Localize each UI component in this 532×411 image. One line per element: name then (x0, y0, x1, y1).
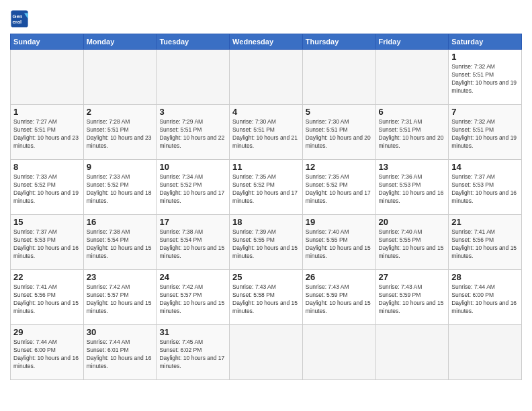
day-info: Sunrise: 7:30 AMSunset: 5:51 PMDaylight:… (232, 118, 300, 150)
day-number: 20 (379, 217, 446, 227)
day-info: Sunrise: 7:33 AMSunset: 5:52 PMDaylight:… (87, 173, 154, 205)
day-number: 5 (306, 107, 373, 117)
day-number: 16 (87, 217, 154, 227)
day-cell: 5 Sunrise: 7:30 AMSunset: 5:51 PMDayligh… (302, 105, 375, 160)
day-info: Sunrise: 7:42 AMSunset: 5:57 PMDaylight:… (159, 283, 226, 316)
day-cell: 20 Sunrise: 7:40 AMSunset: 5:55 PMDaylig… (375, 215, 449, 270)
day-info: Sunrise: 7:43 AMSunset: 5:59 PMDaylight:… (379, 283, 446, 316)
week-row-4: 22 Sunrise: 7:41 AMSunset: 5:56 PMDaylig… (11, 270, 522, 325)
svg-text:eral: eral (13, 19, 22, 25)
day-cell (449, 325, 522, 380)
day-number: 24 (159, 272, 226, 282)
day-number: 14 (451, 162, 519, 172)
day-info: Sunrise: 7:42 AMSunset: 5:57 PMDaylight:… (87, 283, 154, 316)
day-cell: 12 Sunrise: 7:35 AMSunset: 5:52 PMDaylig… (302, 160, 375, 215)
day-number: 1 (451, 52, 519, 62)
day-info: Sunrise: 7:34 AMSunset: 5:52 PMDaylight:… (159, 173, 226, 205)
day-info: Sunrise: 7:38 AMSunset: 5:54 PMDaylight:… (159, 228, 226, 261)
day-cell: 18 Sunrise: 7:39 AMSunset: 5:55 PMDaylig… (230, 215, 303, 270)
day-number: 26 (306, 272, 373, 282)
day-number: 30 (87, 327, 154, 337)
day-number: 3 (159, 107, 226, 117)
day-info: Sunrise: 7:36 AMSunset: 5:53 PMDaylight:… (379, 173, 446, 205)
day-cell: 23 Sunrise: 7:42 AMSunset: 5:57 PMDaylig… (83, 270, 157, 325)
calendar-table: SundayMondayTuesdayWednesdayThursdayFrid… (10, 34, 522, 380)
day-number: 19 (306, 217, 373, 227)
header-thursday: Thursday (302, 34, 375, 50)
day-info: Sunrise: 7:32 AMSunset: 5:51 PMDaylight:… (451, 63, 519, 95)
day-number: 25 (232, 272, 300, 282)
day-cell: 25 Sunrise: 7:43 AMSunset: 5:58 PMDaylig… (230, 270, 303, 325)
day-cell: 26 Sunrise: 7:43 AMSunset: 5:59 PMDaylig… (302, 270, 375, 325)
day-info: Sunrise: 7:40 AMSunset: 5:55 PMDaylight:… (306, 228, 373, 261)
day-info: Sunrise: 7:37 AMSunset: 5:53 PMDaylight:… (13, 228, 81, 261)
calendar-container: Gen eral SundayMondayTuesdayWednesdayThu… (0, 0, 532, 383)
day-cell: 22 Sunrise: 7:41 AMSunset: 5:56 PMDaylig… (11, 270, 84, 325)
day-info: Sunrise: 7:28 AMSunset: 5:51 PMDaylight:… (87, 118, 154, 150)
header-wednesday: Wednesday (230, 34, 303, 50)
day-info: Sunrise: 7:41 AMSunset: 5:56 PMDaylight:… (451, 228, 519, 261)
day-cell: 6 Sunrise: 7:31 AMSunset: 5:51 PMDayligh… (375, 105, 449, 160)
day-info: Sunrise: 7:27 AMSunset: 5:51 PMDaylight:… (13, 118, 81, 150)
day-info: Sunrise: 7:44 AMSunset: 6:00 PMDaylight:… (13, 338, 81, 371)
header-row: SundayMondayTuesdayWednesdayThursdayFrid… (11, 34, 522, 50)
day-cell: 30 Sunrise: 7:44 AMSunset: 6:01 PMDaylig… (83, 325, 157, 380)
day-number: 1 (13, 107, 81, 117)
day-info: Sunrise: 7:44 AMSunset: 6:00 PMDaylight:… (451, 283, 519, 316)
logo-icon: Gen eral (10, 9, 29, 28)
week-row-0: 1 Sunrise: 7:32 AMSunset: 5:51 PMDayligh… (11, 50, 522, 105)
day-cell: 28 Sunrise: 7:44 AMSunset: 6:00 PMDaylig… (449, 270, 522, 325)
day-number: 9 (87, 162, 154, 172)
day-cell: 2 Sunrise: 7:28 AMSunset: 5:51 PMDayligh… (83, 105, 157, 160)
day-cell (302, 50, 375, 105)
header: Gen eral (10, 7, 522, 28)
day-info: Sunrise: 7:40 AMSunset: 5:55 PMDaylight:… (379, 228, 446, 261)
day-number: 28 (451, 272, 519, 282)
header-friday: Friday (375, 34, 449, 50)
day-number: 4 (232, 107, 300, 117)
logo: Gen eral (10, 9, 32, 28)
day-number: 17 (159, 217, 226, 227)
week-row-1: 1 Sunrise: 7:27 AMSunset: 5:51 PMDayligh… (11, 105, 522, 160)
day-cell (375, 50, 449, 105)
day-info: Sunrise: 7:33 AMSunset: 5:52 PMDaylight:… (13, 173, 81, 205)
day-info: Sunrise: 7:32 AMSunset: 5:51 PMDaylight:… (451, 118, 519, 150)
day-cell: 9 Sunrise: 7:33 AMSunset: 5:52 PMDayligh… (83, 160, 157, 215)
day-cell (11, 50, 84, 105)
day-cell (230, 50, 303, 105)
day-number: 6 (379, 107, 446, 117)
day-number: 29 (13, 327, 81, 337)
day-cell: 7 Sunrise: 7:32 AMSunset: 5:51 PMDayligh… (449, 105, 522, 160)
day-info: Sunrise: 7:30 AMSunset: 5:51 PMDaylight:… (306, 118, 373, 150)
day-number: 23 (87, 272, 154, 282)
week-row-3: 15 Sunrise: 7:37 AMSunset: 5:53 PMDaylig… (11, 215, 522, 270)
day-number: 2 (87, 107, 154, 117)
day-cell (157, 50, 230, 105)
day-info: Sunrise: 7:29 AMSunset: 5:51 PMDaylight:… (159, 118, 226, 150)
day-info: Sunrise: 7:44 AMSunset: 6:01 PMDaylight:… (87, 338, 154, 371)
day-number: 27 (379, 272, 446, 282)
day-number: 7 (451, 107, 519, 117)
day-number: 22 (13, 272, 81, 282)
day-cell: 17 Sunrise: 7:38 AMSunset: 5:54 PMDaylig… (157, 215, 230, 270)
day-number: 8 (13, 162, 81, 172)
day-info: Sunrise: 7:43 AMSunset: 5:58 PMDaylight:… (232, 283, 300, 316)
day-info: Sunrise: 7:43 AMSunset: 5:59 PMDaylight:… (306, 283, 373, 316)
header-sunday: Sunday (11, 34, 84, 50)
day-info: Sunrise: 7:41 AMSunset: 5:56 PMDaylight:… (13, 283, 81, 316)
day-cell: 19 Sunrise: 7:40 AMSunset: 5:55 PMDaylig… (302, 215, 375, 270)
day-cell (375, 325, 449, 380)
header-tuesday: Tuesday (157, 34, 230, 50)
day-cell: 10 Sunrise: 7:34 AMSunset: 5:52 PMDaylig… (157, 160, 230, 215)
day-info: Sunrise: 7:31 AMSunset: 5:51 PMDaylight:… (379, 118, 446, 150)
day-number: 21 (451, 217, 519, 227)
day-cell: 24 Sunrise: 7:42 AMSunset: 5:57 PMDaylig… (157, 270, 230, 325)
day-cell (302, 325, 375, 380)
day-cell (230, 325, 303, 380)
day-cell: 1 Sunrise: 7:27 AMSunset: 5:51 PMDayligh… (11, 105, 84, 160)
day-info: Sunrise: 7:35 AMSunset: 5:52 PMDaylight:… (232, 173, 300, 205)
day-number: 15 (13, 217, 81, 227)
day-number: 11 (232, 162, 300, 172)
day-cell: 13 Sunrise: 7:36 AMSunset: 5:53 PMDaylig… (375, 160, 449, 215)
day-cell: 3 Sunrise: 7:29 AMSunset: 5:51 PMDayligh… (157, 105, 230, 160)
